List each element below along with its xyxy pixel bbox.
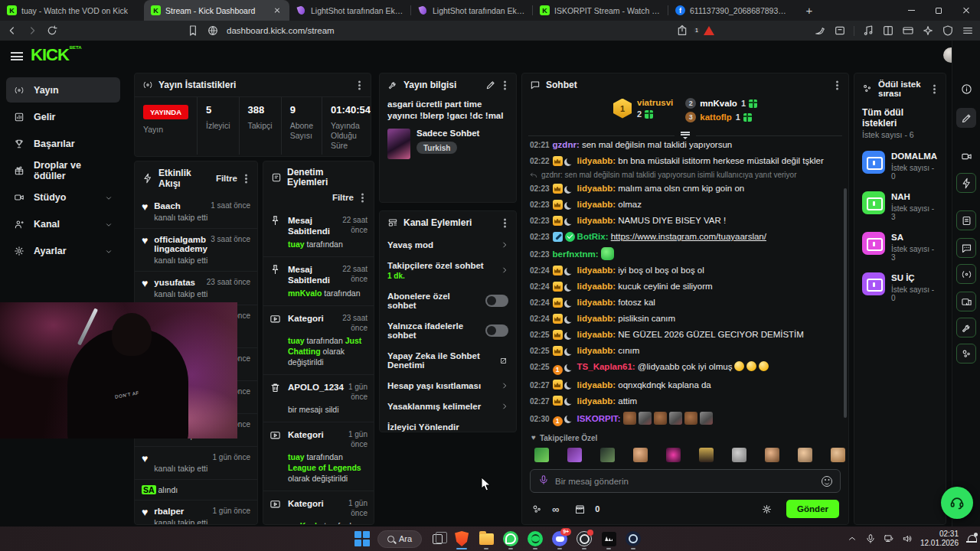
discord-app[interactable]: 9+ [550, 530, 569, 548]
lightning-tool-icon[interactable] [956, 173, 976, 193]
kick-logo[interactable]: KICKBETA [31, 45, 82, 65]
chat-message[interactable]: 02:27lidyaabb attim [530, 393, 841, 409]
category-block[interactable]: Sadece SohbetTurkish [380, 129, 516, 159]
link-text[interactable]: https://www.instagram.com/tuayaarslan/ [611, 232, 766, 241]
kebab-menu-icon[interactable] [504, 222, 506, 224]
close-window-button[interactable] [952, 0, 980, 21]
collapse-leaderboard-button[interactable] [522, 132, 848, 139]
chat-message-input[interactable] [555, 477, 815, 486]
filter-button[interactable]: Filtre [332, 193, 354, 202]
game-app[interactable] [599, 530, 618, 548]
chat-message[interactable]: 02:25lidyaabb cınım [530, 343, 841, 359]
tab-vod[interactable]: tuay - Watch the VOD on Kick [0, 0, 144, 21]
chat-message[interactable]: 02:23lidyaabb malım ama olsn cnm kip goi… [530, 181, 841, 197]
extension-bird-icon[interactable] [814, 24, 826, 37]
sidebar-item-yayin[interactable]: Yayın [6, 77, 120, 103]
follower-emote[interactable] [666, 448, 681, 462]
action-banned-words[interactable]: Yasaklanmış kelimeler [380, 396, 516, 416]
maximize-button[interactable] [925, 0, 952, 21]
notes-tool-icon[interactable] [956, 210, 976, 230]
broadcast-tool-icon[interactable] [956, 264, 976, 284]
chat-message[interactable]: 02:23berfnxtnm [530, 245, 841, 262]
split-view-icon[interactable] [882, 24, 894, 37]
reward-item[interactable]: DOMALMAİstek sayısı - 0 [854, 145, 946, 186]
chat-message[interactable]: 02:23lidyaabb NAMUS DIYE BISEY VAR ! [530, 213, 841, 229]
tray-mic-icon[interactable] [865, 533, 876, 544]
chat-message[interactable]: 02:21gzdnr sen mal değilsin mal taklidi … [530, 139, 841, 153]
emoji-picker-icon[interactable] [822, 476, 832, 487]
sidebar-item-kanal[interactable]: Kanal [6, 211, 120, 236]
action-ai-moderation[interactable]: Yapay Zeka ile Sohbet Denetimi [380, 345, 516, 375]
chat-message[interactable]: 02:23BotRix https://www.instagram.com/tu… [530, 229, 841, 245]
sidebar-item-droplar[interactable]: Droplar ve ödüller [6, 158, 120, 183]
kebab-menu-icon[interactable] [504, 84, 506, 86]
tab-dashboard[interactable]: Stream - Kick Dashboard [144, 0, 289, 21]
reward-item[interactable]: NAHİstek sayısı - 3 [854, 186, 946, 227]
notification-bell-icon[interactable] [966, 534, 976, 544]
sidebar-item-studyo[interactable]: Stüdyo [6, 184, 120, 210]
chat-scrollbar[interactable] [844, 188, 847, 418]
steam-app[interactable] [624, 530, 642, 548]
reward-item[interactable]: SAİstek sayısı - 3 [854, 227, 946, 267]
minimize-button[interactable] [897, 0, 925, 21]
new-tab-button[interactable] [800, 2, 818, 20]
kebab-menu-icon[interactable] [361, 197, 364, 199]
tray-expand-icon[interactable] [847, 533, 858, 544]
follower-emote[interactable] [699, 448, 714, 462]
reward-item[interactable]: SU İÇİstek sayısı - 0 [854, 267, 946, 308]
kebab-menu-icon[interactable] [836, 84, 838, 86]
emote-cluster-icon[interactable] [531, 504, 543, 515]
archive-box-icon[interactable] [834, 24, 846, 37]
action-slow-mode[interactable]: Yavaş mod [380, 234, 516, 255]
kebab-menu-icon[interactable] [245, 178, 247, 180]
toggle-off[interactable] [485, 324, 508, 337]
site-info-icon[interactable] [207, 24, 219, 37]
tab-lightshot-1[interactable]: LightShot tarafından Ekran Görüntüs [289, 0, 410, 21]
kebab-menu-icon[interactable] [358, 84, 361, 86]
tab-lightshot-2[interactable]: LightShot tarafından Ekran Görüntü [411, 0, 532, 21]
close-tab-icon[interactable] [272, 5, 283, 16]
camera-icon[interactable] [956, 146, 976, 166]
chat-message[interactable]: 02:23lidyaabb olmaz [530, 197, 841, 213]
taskbar-search[interactable]: Ara [377, 530, 422, 548]
microphone-icon[interactable] [538, 474, 549, 488]
sidebar-item-basarilar[interactable]: Başarılar [6, 131, 120, 156]
chat-message[interactable]: 02:27lidyaabb oqnxqkdnqk kaplana da [530, 377, 841, 393]
forward-icon[interactable] [26, 24, 38, 37]
infinity-icon[interactable]: ∞ [552, 504, 559, 515]
shield-outline-icon[interactable] [942, 24, 954, 37]
follower-emote[interactable] [534, 448, 549, 462]
spotify-app[interactable] [526, 530, 544, 548]
send-button[interactable]: Gönder [786, 500, 839, 518]
reload-icon[interactable] [46, 24, 58, 37]
follower-emote[interactable] [732, 448, 746, 462]
gift-leaderboard[interactable]: 1viatrusvi2 2mnKvalo1 3kattoflp1 [522, 96, 848, 132]
explorer-app[interactable] [477, 530, 495, 548]
sparkle-icon[interactable] [922, 24, 934, 37]
brave-app[interactable] [452, 530, 471, 548]
cluster-tool-icon[interactable] [956, 344, 976, 364]
wallet-card-icon[interactable] [902, 24, 914, 37]
action-account-age[interactable]: Hesap yaşı kısıtlaması [380, 375, 516, 396]
chat-message[interactable]: 02:24lidyaabb pisliksin canım [530, 311, 841, 327]
url-text[interactable]: dashboard.kick.com/stream [227, 26, 335, 35]
chat-message[interactable]: 02:24lidyaabb kucuk ceylini de siliyorm [530, 279, 841, 295]
follower-emote[interactable] [600, 448, 615, 462]
follower-emote[interactable] [798, 448, 812, 462]
tray-network-icon[interactable] [884, 533, 894, 544]
follower-emote[interactable] [633, 448, 648, 462]
kebab-menu-icon[interactable] [933, 88, 936, 90]
scenes-tool-icon[interactable] [956, 292, 976, 311]
task-view-button[interactable] [428, 530, 446, 548]
edit-pencil-icon[interactable] [956, 108, 976, 128]
storefront-icon[interactable] [574, 504, 586, 515]
wrench-tool-icon[interactable] [956, 318, 976, 337]
warning-triangle-icon[interactable] [704, 26, 714, 35]
chat-message[interactable]: 02:251TS_Kaplan61 @lidyaabb çok iyi olmu… [530, 359, 841, 377]
bookmark-icon[interactable] [187, 24, 199, 37]
follower-emote[interactable] [765, 448, 779, 462]
hamburger-menu-icon[interactable] [11, 52, 23, 60]
chat-tool-icon[interactable] [956, 238, 976, 258]
chat-message[interactable]: 02:24lidyaabb iyi boş ol boş ol boş ol [530, 262, 841, 279]
action-followers-only[interactable]: Takipçilere özel sohbet1 dk. [380, 255, 516, 285]
